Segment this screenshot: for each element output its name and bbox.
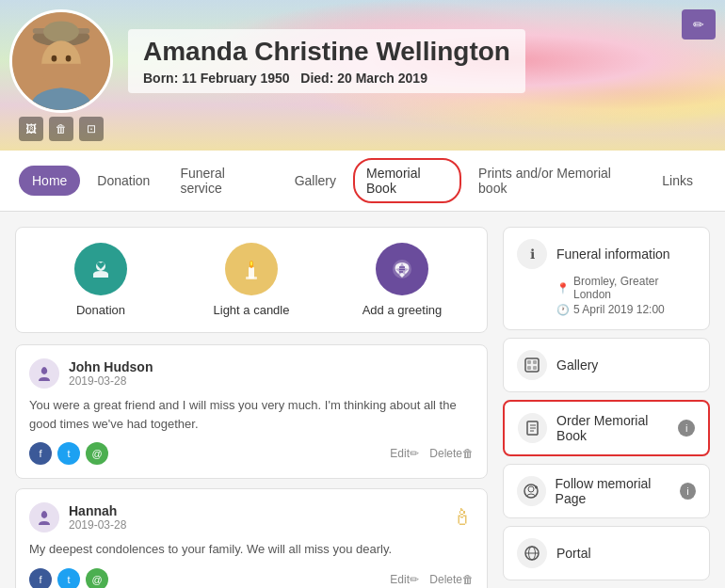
avatar-container: 🖼 🗑 ⊡ [9, 9, 113, 113]
social-icons-2: f t @ [29, 568, 108, 589]
candle-action-button[interactable]: Light a candle [182, 243, 321, 317]
email-share-2[interactable]: @ [86, 568, 108, 589]
header-content: 🖼 🗑 ⊡ Amanda Christine Wellington Born: … [9, 9, 525, 113]
follow-memorial-card[interactable]: Follow memorial Page i [503, 464, 710, 518]
follow-icon [517, 476, 546, 506]
clock-icon: 🕐 [556, 304, 570, 316]
facebook-share-1[interactable]: f [29, 442, 52, 465]
comment-avatar-1 [29, 358, 59, 389]
person-dates: Born: 11 February 1950 Died: 20 March 20… [143, 71, 510, 86]
gallery-card[interactable]: Gallery [503, 338, 710, 392]
nav-item-links[interactable]: Links [649, 166, 706, 196]
funeral-info-details: 📍 Bromley, Greater London 🕐 5 April 2019… [517, 275, 696, 316]
died-label: Died: [300, 71, 333, 86]
svg-point-10 [250, 262, 252, 266]
nav-item-home[interactable]: Home [19, 166, 80, 196]
social-icons-1: f t @ [29, 442, 108, 465]
svg-point-26 [528, 486, 534, 492]
facebook-share-2[interactable]: f [29, 568, 52, 589]
nav-item-memorial-book[interactable]: Memorial Book [353, 158, 461, 203]
action-buttons-panel: Donation Light a candle [15, 227, 488, 333]
greeting-label: Add a greeting [362, 303, 443, 317]
header-section: 🖼 🗑 ⊡ Amanda Christine Wellington Born: … [0, 0, 725, 151]
funeral-datetime: 5 April 2019 12:00 [573, 303, 665, 316]
follow-info-icon[interactable]: i [680, 483, 696, 500]
avatar-delete-icon[interactable]: 🗑 [49, 117, 73, 141]
comment-card-2: Hannah 2019-03-28 🕯 My deepest condolenc… [15, 488, 488, 588]
memorial-book-icon [518, 413, 547, 443]
funeral-info-label: Funeral information [556, 246, 670, 262]
born-date: 11 February 1950 [182, 71, 289, 86]
order-memorial-header: Order Memorial Book [518, 413, 678, 443]
twitter-share-1[interactable]: t [57, 442, 80, 465]
svg-rect-16 [525, 358, 539, 372]
comment-info-1: John Hudson 2019-03-28 [69, 359, 153, 388]
avatar-image-icon[interactable]: 🖼 [19, 117, 43, 141]
person-name: Amanda Christine Wellington [143, 37, 510, 67]
order-memorial-info-icon[interactable]: i [678, 420, 695, 437]
edit-button-1[interactable]: Edit [390, 447, 410, 460]
funeral-location: Bromley, Greater London [573, 275, 696, 301]
email-share-1[interactable]: @ [86, 442, 108, 465]
portal-header: Portal [517, 538, 696, 568]
funeral-info-icon: ℹ [517, 239, 547, 269]
edit-button-2[interactable]: Edit [390, 573, 410, 586]
nav-item-gallery[interactable]: Gallery [282, 166, 349, 196]
comment-footer-2: f t @ Edit✏ Delete🗑 [29, 568, 474, 589]
follow-memorial-label: Follow memorial Page [556, 476, 680, 506]
navigation-bar: Home Donation Funeral service Gallery Me… [0, 151, 725, 212]
comment-name-1: John Hudson [69, 359, 153, 374]
greeting-action-button[interactable]: Add a greeting [332, 243, 472, 317]
svg-point-3 [43, 21, 79, 42]
delete-button-2[interactable]: Delete [429, 573, 462, 586]
candle-icon [225, 243, 278, 295]
born-label: Born: [143, 71, 178, 86]
comment-text-1: You were a great friend and I will miss … [29, 396, 474, 433]
avatar-edit-icons: 🖼 🗑 ⊡ [9, 117, 113, 141]
main-content: Donation Light a candle [0, 212, 725, 588]
follow-memorial-row: Follow memorial Page i [517, 476, 696, 506]
svg-rect-17 [527, 360, 531, 364]
edit-delete-2: Edit✏ Delete🗑 [382, 573, 474, 586]
funeral-info-header: ℹ Funeral information [517, 239, 696, 269]
donation-action-button[interactable]: Donation [31, 243, 170, 317]
funeral-datetime-row: 🕐 5 April 2019 12:00 [556, 303, 696, 316]
order-memorial-label: Order Memorial Book [556, 413, 678, 443]
gallery-icon [517, 350, 547, 380]
order-memorial-row: Order Memorial Book i [518, 413, 695, 443]
follow-memorial-header: Follow memorial Page [517, 476, 680, 506]
portal-label: Portal [556, 546, 591, 561]
edit-delete-1: Edit✏ Delete🗑 [382, 447, 474, 460]
svg-rect-20 [533, 366, 537, 370]
comment-date-2: 2019-03-28 [69, 518, 442, 532]
funeral-info-card: ℹ Funeral information 📍 Bromley, Greater… [503, 227, 710, 330]
comment-name-2: Hannah [69, 503, 442, 518]
delete-button-1[interactable]: Delete [429, 447, 462, 460]
comment-avatar-2 [29, 502, 59, 532]
nav-item-donation[interactable]: Donation [84, 166, 163, 196]
avatar-crop-icon[interactable]: ⊡ [79, 117, 104, 141]
nav-item-prints[interactable]: Prints and/or Memorial book [465, 158, 645, 203]
comment-header-2: Hannah 2019-03-28 🕯 [29, 502, 474, 532]
comment-footer-1: f t @ Edit✏ Delete🗑 [29, 442, 474, 465]
svg-point-5 [52, 56, 57, 62]
nav-item-funeral-service[interactable]: Funeral service [167, 158, 277, 203]
greeting-icon [376, 243, 428, 295]
header-edit-button[interactable]: ✏ [682, 9, 716, 40]
comment-card-1: John Hudson 2019-03-28 You were a great … [15, 344, 488, 479]
right-panel: ℹ Funeral information 📍 Bromley, Greater… [503, 227, 710, 588]
svg-rect-18 [533, 360, 537, 364]
funeral-location-row: 📍 Bromley, Greater London [556, 275, 696, 301]
twitter-share-2[interactable]: t [57, 568, 80, 589]
location-icon: 📍 [556, 282, 570, 294]
comment-info-2: Hannah 2019-03-28 [69, 503, 442, 532]
svg-rect-11 [246, 277, 257, 279]
portal-card[interactable]: Portal [503, 526, 710, 580]
svg-rect-19 [527, 366, 531, 370]
avatar [9, 9, 113, 113]
gallery-label: Gallery [556, 358, 598, 373]
left-panel: Donation Light a candle [15, 227, 488, 588]
order-memorial-card[interactable]: Order Memorial Book i [503, 400, 710, 456]
candle-decoration-2: 🕯 [451, 504, 474, 531]
portal-icon [517, 538, 547, 568]
